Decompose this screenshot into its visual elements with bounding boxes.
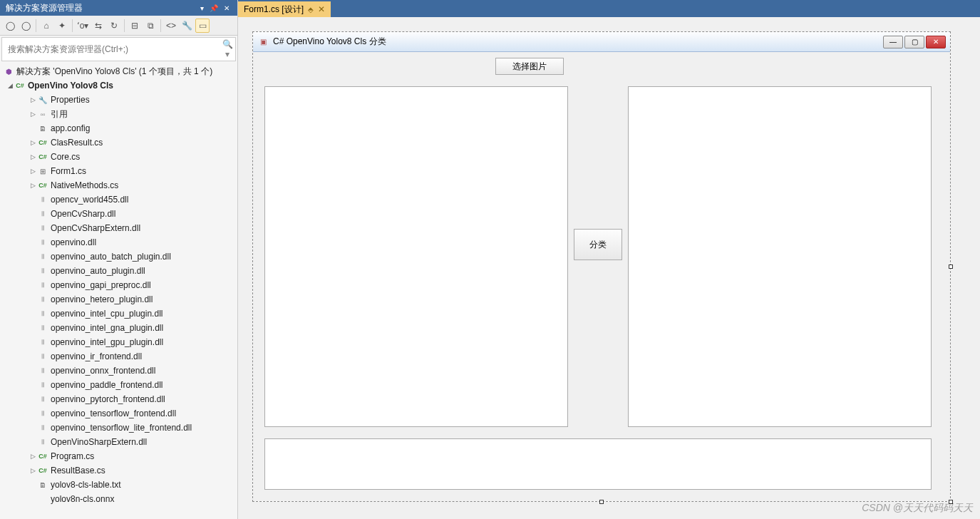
file-icon: ⦀ [37, 294, 48, 305]
tree-item[interactable]: ▷⊞Form1.cs [0, 164, 237, 178]
minimize-button[interactable]: — [883, 36, 903, 48]
file-icon: ⦀ [37, 394, 48, 405]
tree-item[interactable]: ⦀OpenVinoSharpExtern.dll [0, 435, 237, 449]
tree-item[interactable]: ⦀openvino_paddle_frontend.dll [0, 378, 237, 392]
dropdown-icon[interactable]: ▾ [198, 4, 206, 12]
file-icon: C# [37, 465, 48, 476]
tree-item[interactable]: yolov8n-cls.onnx [0, 492, 237, 506]
tree-item-label: NativeMethods.cs [51, 180, 118, 190]
tree-item-label: openvino_tensorflow_lite_frontend.dll [51, 423, 192, 433]
close-icon[interactable]: ✕ [318, 4, 325, 14]
document-tab-bar: Form1.cs [设计] ⬘ ✕ [238, 0, 980, 17]
tree-item[interactable]: ▷C#ResultBase.cs [0, 463, 237, 478]
tree-item[interactable]: ▷C#ClasResult.cs [0, 135, 237, 150]
tree-item-label: OpenVinoSharpExtern.dll [51, 437, 147, 447]
tree-item-label: yolov8-cls-lable.txt [51, 480, 121, 490]
winform-window[interactable]: ▣ C# OpenVino Yolov8 Cls 分类 — ▢ ✕ 选择图片 分… [252, 31, 951, 502]
tree-item[interactable]: ⦀openvino_auto_plugin.dll [0, 264, 237, 278]
tree-item-label: Form1.cs [51, 166, 86, 176]
pin-icon[interactable]: 📌 [207, 4, 220, 12]
project-node[interactable]: ◢ C# OpenVino Yolov8 Cls [0, 78, 237, 93]
tree-item-label: openvino_onnx_frontend.dll [51, 366, 155, 376]
back-icon[interactable]: ◯ [3, 19, 17, 33]
resize-handle-bottom[interactable] [599, 500, 604, 504]
refresh-icon[interactable]: ↻ [107, 19, 121, 33]
tree-item[interactable]: ⦀openvino_tensorflow_frontend.dll [0, 406, 237, 421]
maximize-button[interactable]: ▢ [904, 36, 924, 48]
chevron-right-icon[interactable]: ▷ [29, 139, 37, 146]
home-icon[interactable]: ⌂ [39, 19, 53, 33]
tree-item-label: openvino_intel_gna_plugin.dll [51, 323, 163, 333]
switch-view-icon[interactable]: ✦ [55, 19, 69, 33]
tree-item[interactable]: ⦀openvino_intel_gna_plugin.dll [0, 321, 237, 335]
tab-form1[interactable]: Form1.cs [设计] ⬘ ✕ [238, 1, 331, 17]
file-icon: ⦀ [37, 351, 48, 362]
chevron-down-icon[interactable]: ◢ [6, 82, 14, 89]
file-icon: ⦀ [37, 436, 48, 448]
tree-item-label: openvino_gapi_preproc.dll [51, 280, 151, 290]
search-input[interactable] [4, 42, 221, 56]
tree-item[interactable]: ▷C#Core.cs [0, 150, 237, 164]
show-all-icon[interactable]: ⧉ [143, 19, 158, 33]
chevron-right-icon[interactable]: ▷ [29, 153, 37, 160]
tree-item[interactable]: ⦀openvino_onnx_frontend.dll [0, 364, 237, 378]
pin-icon[interactable]: ⬘ [308, 6, 314, 14]
forward-icon[interactable]: ◯ [19, 19, 33, 33]
file-icon: ⦀ [37, 194, 48, 205]
resize-handle-right[interactable] [949, 264, 953, 269]
file-icon: 🗎 [37, 123, 48, 134]
tree-item[interactable]: ▷C#NativeMethods.cs [0, 178, 237, 192]
tree-item[interactable]: ⦀openvino_pytorch_frontend.dll [0, 392, 237, 406]
tab-label: Form1.cs [设计] [244, 4, 304, 16]
search-row: 🔍▾ [1, 37, 236, 61]
winform-body: 选择图片 分类 [253, 52, 950, 501]
output-textbox[interactable] [264, 438, 932, 490]
tree-item[interactable]: ▷🔧Properties [0, 93, 237, 107]
search-icon[interactable]: 🔍▾ [221, 39, 234, 59]
classify-button[interactable]: 分类 [574, 229, 622, 260]
tree-item-label: openvino.dll [51, 237, 96, 247]
tree-item[interactable]: ⦀opencv_world455.dll [0, 192, 237, 207]
chevron-right-icon[interactable]: ▷ [29, 467, 37, 474]
tree-item[interactable]: ⦀openvino_tensorflow_lite_frontend.dll [0, 421, 237, 435]
file-icon: ⦀ [37, 237, 48, 248]
tree-item[interactable]: 🗎app.config [0, 121, 237, 135]
tree-item[interactable]: ⦀openvino.dll [0, 235, 237, 250]
properties-icon[interactable]: 🔧 [180, 19, 194, 33]
tree-item[interactable]: ⦀openvino_ir_frontend.dll [0, 349, 237, 364]
tree-item[interactable]: ⦀openvino_intel_cpu_plugin.dll [0, 307, 237, 321]
tree-item[interactable]: 🗎yolov8-cls-lable.txt [0, 478, 237, 492]
tree-item[interactable]: ▷▫▫引用 [0, 107, 237, 121]
pending-icon[interactable]: ʻo▾ [76, 19, 90, 33]
tree-item-label: OpenCvSharpExtern.dll [51, 223, 140, 233]
close-button[interactable]: ✕ [926, 36, 946, 48]
tree-item-label: openvino_intel_gpu_plugin.dll [51, 337, 163, 347]
tree-item[interactable]: ⦀openvino_hetero_plugin.dll [0, 292, 237, 307]
left-picturebox[interactable] [264, 86, 568, 427]
chevron-right-icon[interactable]: ▷ [29, 111, 37, 118]
right-picturebox[interactable] [628, 86, 932, 427]
solution-node[interactable]: ⬢ 解决方案 'OpenVino Yolov8 Cls' (1 个项目，共 1 … [0, 64, 237, 78]
chevron-right-icon[interactable]: ▷ [29, 182, 37, 189]
tree-item-label: openvino_intel_cpu_plugin.dll [51, 309, 163, 319]
tree-item[interactable]: ⦀OpenCvSharp.dll [0, 207, 237, 221]
chevron-right-icon[interactable]: ▷ [29, 168, 37, 175]
file-icon [37, 493, 48, 505]
preview-icon[interactable]: ▭ [195, 19, 210, 33]
tree-item[interactable]: ⦀openvino_auto_batch_plugin.dll [0, 250, 237, 264]
design-surface[interactable]: ▣ C# OpenVino Yolov8 Cls 分类 — ▢ ✕ 选择图片 分… [238, 17, 980, 519]
tree-item[interactable]: ⦀OpenCvSharpExtern.dll [0, 221, 237, 235]
file-icon: C# [37, 151, 48, 163]
sync-icon[interactable]: ⇆ [91, 19, 105, 33]
select-image-button[interactable]: 选择图片 [495, 58, 564, 75]
tree-item[interactable]: ▷C#Program.cs [0, 449, 237, 463]
chevron-right-icon[interactable]: ▷ [29, 453, 37, 460]
tree-item[interactable]: ⦀openvino_intel_gpu_plugin.dll [0, 335, 237, 349]
close-icon[interactable]: ✕ [222, 4, 232, 12]
code-view-icon[interactable]: <> [164, 19, 178, 33]
watermark: CSDN @天天代码码天天 [862, 502, 973, 515]
tree-item[interactable]: ⦀openvino_gapi_preproc.dll [0, 278, 237, 292]
file-icon: ⦀ [37, 408, 48, 419]
collapse-icon[interactable]: ⊟ [128, 19, 142, 33]
chevron-right-icon[interactable]: ▷ [29, 96, 37, 103]
